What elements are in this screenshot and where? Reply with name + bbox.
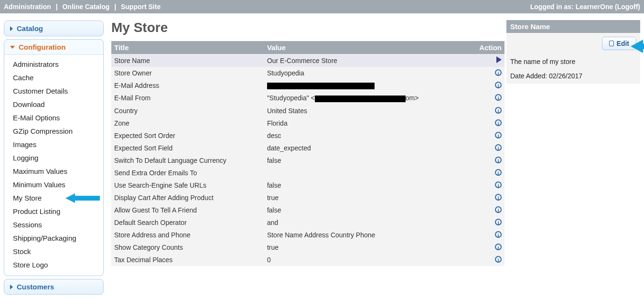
top-bar-links: Administration | Online Catalog | Suppor… <box>4 3 161 11</box>
cell-value <box>264 167 468 179</box>
sidebar-item-sessions[interactable]: Sessions <box>13 218 100 232</box>
info-icon[interactable]: i <box>495 206 502 213</box>
sidebar-item-product-listing[interactable]: Product Listing <box>13 205 100 218</box>
sidebar-section-customers: Customers <box>4 279 104 295</box>
sidebar-head-customers[interactable]: Customers <box>4 279 103 294</box>
info-icon[interactable]: i <box>495 119 502 126</box>
table-row[interactable]: Default Search Operatorandi <box>111 216 504 229</box>
sidebar-item-store-logo[interactable]: Store Logo <box>13 258 100 272</box>
cell-value: false <box>264 204 468 216</box>
cell-title: E-Mail From <box>111 92 264 104</box>
info-icon[interactable]: i <box>495 157 502 163</box>
cell-action: i <box>468 142 504 154</box>
info-icon[interactable]: i <box>495 94 502 101</box>
table-row[interactable]: Allow Guest To Tell A Friendfalsei <box>111 204 504 216</box>
sidebar-config-list: AdministratorsCacheCustomer DetailsDownl… <box>4 54 103 276</box>
nav-administration[interactable]: Administration <box>4 3 51 11</box>
cell-title: Display Cart After Adding Product <box>111 192 264 204</box>
sidebar-item-administrators[interactable]: Administrators <box>13 58 100 71</box>
sidebar-head-catalog[interactable]: Catalog <box>4 21 103 36</box>
sidebar: Catalog Configuration AdministratorsCach… <box>0 13 107 298</box>
table-row[interactable]: CountryUnited Statesi <box>111 105 504 117</box>
sidebar-item-shipping-packaging[interactable]: Shipping/Packaging <box>13 232 100 245</box>
sidebar-item-gzip-compression[interactable]: GZip Compression <box>13 125 100 138</box>
info-icon[interactable]: i <box>495 244 502 250</box>
nav-online-catalog[interactable]: Online Catalog <box>62 3 109 11</box>
sidebar-item-images[interactable]: Images <box>13 138 100 151</box>
table-row[interactable]: Store OwnerStudyopediai <box>111 67 504 79</box>
info-icon[interactable]: i <box>495 144 502 151</box>
info-icon[interactable]: i <box>495 219 502 225</box>
table-row[interactable]: Show Category Countstruei <box>111 241 504 254</box>
sidebar-item-my-store[interactable]: My Store <box>13 192 100 205</box>
play-icon[interactable] <box>496 56 502 63</box>
table-row[interactable]: Expected Sort Orderdesci <box>111 129 504 142</box>
cell-value: 0 <box>264 254 468 266</box>
table-row[interactable]: Use Search-Engine Safe URLsfalsei <box>111 179 504 192</box>
table-row[interactable]: Store Address and PhoneStore Name Addres… <box>111 229 504 241</box>
sidebar-configuration-label: Configuration <box>19 43 65 51</box>
nav-support-site[interactable]: Support Site <box>121 3 161 11</box>
sidebar-catalog-label: Catalog <box>17 24 43 32</box>
chevron-right-icon <box>10 26 13 31</box>
table-row[interactable]: ZoneFloridai <box>111 117 504 129</box>
detail-head: Store Name <box>506 20 640 33</box>
sidebar-item-e-mail-options[interactable]: E-Mail Options <box>13 111 100 125</box>
sidebar-section-catalog: Catalog <box>4 21 104 36</box>
table-row[interactable]: Display Cart After Adding Producttruei <box>111 192 504 204</box>
info-icon[interactable]: i <box>495 256 502 263</box>
cell-title: Send Extra Order Emails To <box>111 167 264 179</box>
table-row[interactable]: Expected Sort Fielddate_expectedi <box>111 142 504 154</box>
chevron-down-icon <box>10 46 15 49</box>
cell-title: E-Mail Address <box>111 79 264 92</box>
chevron-right-icon <box>10 285 13 289</box>
sidebar-item-logging[interactable]: Logging <box>13 151 100 165</box>
cell-title: Tax Decimal Places <box>111 254 264 266</box>
table-row[interactable]: Store NameOur E-Commerce Store <box>111 54 504 67</box>
cell-title: Default Search Operator <box>111 216 264 229</box>
sidebar-customers-label: Customers <box>17 283 54 291</box>
sidebar-item-cache[interactable]: Cache <box>13 71 100 85</box>
info-icon[interactable]: i <box>495 181 502 188</box>
page-title: My Store <box>111 20 504 35</box>
edit-button-label: Edit <box>617 40 629 47</box>
info-icon[interactable]: i <box>495 194 502 201</box>
sidebar-item-maximum-values[interactable]: Maximum Values <box>13 165 100 178</box>
separator: | <box>56 3 58 11</box>
date-value: 02/26/2017 <box>549 72 582 80</box>
info-icon[interactable]: i <box>495 107 502 114</box>
cell-action: i <box>468 204 504 216</box>
table-row[interactable]: E-Mail From"Studyopedia" <om>i <box>111 92 504 104</box>
cell-value: true <box>264 192 468 204</box>
detail-description: The name of my store <box>510 55 636 72</box>
cell-title: Switch To Default Language Currency <box>111 154 264 167</box>
table-row[interactable]: Send Extra Order Emails Toi <box>111 167 504 179</box>
cell-value: false <box>264 154 468 167</box>
cell-title: Store Address and Phone <box>111 229 264 241</box>
table-row[interactable]: Switch To Default Language Currencyfalse… <box>111 154 504 167</box>
edit-button[interactable]: Edit <box>602 37 636 50</box>
info-icon[interactable]: i <box>495 231 502 238</box>
cell-title: Use Search-Engine Safe URLs <box>111 179 264 192</box>
logged-in-prefix: Logged in as: <box>530 3 574 11</box>
table-row[interactable]: Tax Decimal Places0i <box>111 254 504 266</box>
info-icon[interactable]: i <box>495 82 502 88</box>
cell-action: i <box>468 67 504 79</box>
sidebar-item-download[interactable]: Download <box>13 98 100 111</box>
logoff-link[interactable]: Logoff <box>617 3 638 11</box>
cell-action: i <box>468 179 504 192</box>
detail-date: Date Added: 02/26/2017 <box>510 72 636 80</box>
sidebar-head-configuration[interactable]: Configuration <box>4 40 103 54</box>
info-icon[interactable]: i <box>495 69 502 76</box>
cell-action: i <box>468 154 504 167</box>
sidebar-section-configuration: Configuration AdministratorsCacheCustome… <box>4 39 104 276</box>
info-icon[interactable]: i <box>495 169 502 176</box>
detail-panel: Store Name Edit The name of my store Dat… <box>506 20 640 298</box>
sidebar-item-stock[interactable]: Stock <box>13 245 100 258</box>
table-row[interactable]: E-Mail Addressi <box>111 79 504 92</box>
sidebar-item-minimum-values[interactable]: Minimum Values <box>13 178 100 192</box>
cell-title: Country <box>111 105 264 117</box>
config-table: Title Value Action Store NameOur E-Comme… <box>111 41 504 266</box>
sidebar-item-customer-details[interactable]: Customer Details <box>13 85 100 98</box>
info-icon[interactable]: i <box>495 132 502 138</box>
